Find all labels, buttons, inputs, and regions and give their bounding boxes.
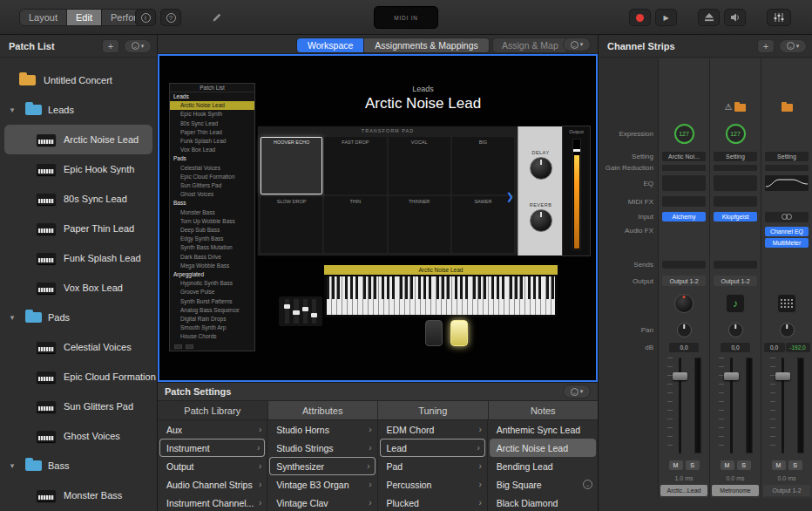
browser-item[interactable]: Audio Channel Strips› [158, 475, 267, 494]
transform-pad[interactable]: BIG [452, 137, 514, 194]
volume-fader[interactable] [761, 353, 812, 458]
mini-patch[interactable]: 80s Sync Lead [170, 119, 254, 128]
patch-list-action-menu[interactable]: ⌄ ▾ [124, 39, 152, 53]
mini-patch[interactable]: Edgy Synth Bass [170, 235, 254, 243]
pan-knob[interactable] [780, 323, 795, 337]
browser-item[interactable]: Pad› [378, 457, 487, 475]
output-fader-cap[interactable] [573, 149, 580, 152]
tab-attributes[interactable]: Attributes [268, 401, 379, 420]
mini-patch[interactable]: Mega Wobble Bass [170, 262, 254, 270]
fader-cap[interactable] [673, 372, 687, 380]
mute-button[interactable]: M [669, 460, 683, 470]
help-button[interactable]: ? [160, 9, 181, 26]
patch-row[interactable]: Monster Bass [0, 480, 157, 510]
mini-patch[interactable]: Funk Splash Lead [170, 137, 254, 146]
expand-chevron-icon[interactable]: ❯ [506, 191, 514, 202]
midi-fx-slot[interactable] [714, 196, 757, 207]
mode-layout-button[interactable]: Layout [20, 10, 67, 25]
browser-item[interactable]: Plucked› [378, 494, 487, 511]
channel-strip-name[interactable]: Metronome [712, 485, 759, 496]
reverb-knob[interactable] [530, 209, 552, 232]
mini-patch[interactable]: Ghost Voices [170, 190, 254, 199]
midi-fx-slot[interactable] [662, 196, 706, 207]
assign-map-button[interactable]: Assign & Map [492, 37, 568, 53]
patch-row[interactable]: Epic Hook Synth [0, 154, 157, 184]
volume-value[interactable]: 0,0 [669, 343, 699, 352]
fader-cap[interactable] [775, 372, 790, 380]
mini-patch[interactable]: Epic Cloud Formation [170, 173, 254, 181]
mini-patch[interactable]: Vox Box Lead [170, 146, 254, 154]
fader-cap[interactable] [724, 372, 739, 380]
master-monitor-button[interactable] [724, 9, 746, 26]
instrument-plugin[interactable]: Klopfgeist [714, 212, 757, 221]
mini-patch[interactable]: Digital Rain Drops [170, 315, 254, 324]
browser-item[interactable]: Bending Lead [488, 457, 598, 475]
transform-pad[interactable]: THIN [324, 196, 386, 254]
add-patch-button[interactable]: + [102, 39, 119, 53]
workspace-action-menu[interactable]: ⌄ ▾ [563, 37, 591, 51]
solo-button[interactable]: S [788, 460, 802, 470]
expression-knob[interactable]: 127 [726, 124, 746, 144]
volume-value[interactable]: 0,0 [764, 343, 785, 352]
setting-field[interactable]: Setting [765, 152, 809, 161]
mini-patch[interactable]: Synth Burst Patterns [170, 297, 254, 306]
browser-item-selected[interactable]: Arctic Noise Lead [490, 439, 596, 457]
mini-patch[interactable]: Analog Bass Sequence [170, 306, 254, 315]
preview-icon[interactable]: ⌄ [583, 480, 592, 489]
channel-strips-action-menu[interactable]: ⌄ ▾ [779, 39, 807, 53]
eq-slot[interactable] [662, 175, 706, 191]
drawbar[interactable] [303, 299, 308, 324]
drawbar[interactable] [294, 299, 298, 324]
tab-patch-library[interactable]: Patch Library [158, 401, 268, 420]
disclosure-icon[interactable]: ▾ [5, 461, 19, 470]
edit-mapping-button[interactable] [206, 9, 227, 26]
mini-patch[interactable]: Sun Glitters Pad [170, 181, 254, 190]
tab-tuning[interactable]: Tuning [378, 401, 489, 420]
mini-patch[interactable]: Torn Up Wobble Bass [170, 217, 254, 226]
sustain-pedal-active[interactable] [450, 320, 468, 346]
record-button[interactable] [629, 9, 651, 26]
output-routing-button[interactable]: Output 1-2 [714, 276, 757, 286]
pan-knob[interactable] [677, 323, 692, 337]
browser-item[interactable]: EDM Chord› [378, 420, 487, 439]
patch-row[interactable]: Celestial Voices [0, 332, 157, 362]
black-keys[interactable] [327, 276, 555, 299]
output-fader[interactable] [572, 139, 581, 250]
browser-item[interactable]: Big Square⌄ [488, 475, 598, 494]
mini-patch-selected[interactable]: Arctic Noise Lead [170, 101, 254, 110]
mini-patch[interactable]: Monster Bass [170, 208, 254, 217]
mini-patch[interactable]: Dark Bass Drive [170, 253, 254, 262]
browser-item[interactable]: Vintage B3 Organ› [267, 475, 376, 494]
browser-item[interactable]: Black Diamond [488, 494, 598, 511]
drawbar[interactable] [285, 299, 289, 324]
patch-settings-action-menu[interactable]: ⌄ ▾ [563, 385, 591, 399]
browser-item-selected[interactable]: Instrument› [159, 439, 265, 457]
stereo-input-button[interactable] [765, 212, 809, 222]
patch-row[interactable]: Vox Box Lead [0, 273, 157, 303]
solo-button[interactable]: S [686, 460, 700, 470]
pan-knob[interactable] [728, 323, 743, 337]
setting-field[interactable]: Arctic Noi... [662, 152, 706, 161]
mute-button[interactable]: M [772, 460, 786, 470]
group-row-pads[interactable]: ▾ Pads [0, 303, 157, 332]
expression-pedal[interactable] [425, 320, 443, 346]
transform-pad-active[interactable]: HOOVER ECHO [261, 137, 322, 194]
drawbar-controls[interactable] [279, 296, 322, 326]
mini-patch[interactable]: Hypnotic Synth Bass [170, 279, 254, 288]
eq-slot[interactable] [714, 175, 757, 191]
mini-patch[interactable]: Synth Bass Mutation [170, 243, 254, 252]
tab-assignments-mappings[interactable]: Assignments & Mappings [364, 38, 488, 52]
instrument-plugin[interactable]: Alchemy [662, 212, 706, 221]
delay-knob[interactable] [530, 157, 552, 180]
add-channel-strip-button[interactable]: + [757, 39, 775, 53]
patch-row[interactable]: Epic Cloud Formation [0, 362, 157, 392]
mini-patch[interactable]: Groove Pulse [170, 288, 254, 296]
output-routing-button[interactable]: Output 1-2 [662, 276, 706, 286]
mode-edit-button[interactable]: Edit [67, 10, 102, 25]
browser-item[interactable]: Percussion› [378, 475, 487, 494]
tab-workspace[interactable]: Workspace [297, 38, 364, 52]
browser-item-selected[interactable]: Synthesizer› [269, 457, 375, 475]
info-button[interactable]: i [135, 9, 156, 26]
onscreen-patch-list[interactable]: Patch List Leads Arctic Noise Lead Epic … [169, 83, 255, 351]
audio-fx-plugin[interactable]: MultiMeter [765, 238, 809, 248]
